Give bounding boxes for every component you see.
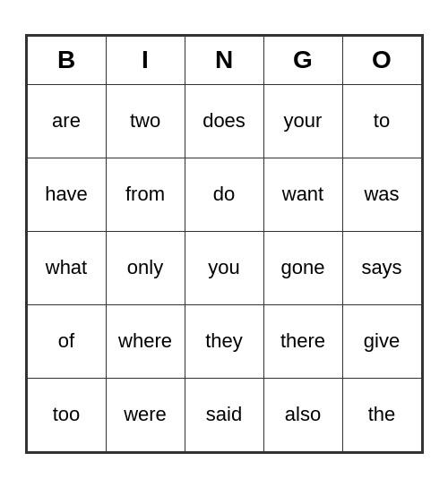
cell-0-1: two <box>106 84 185 158</box>
col-g: G <box>263 36 342 84</box>
cell-1-1: from <box>106 158 185 231</box>
cell-3-4: give <box>342 304 421 378</box>
cell-3-2: they <box>185 304 263 378</box>
cell-4-1: were <box>106 378 185 451</box>
cell-0-3: your <box>263 84 342 158</box>
cell-2-1: only <box>106 231 185 304</box>
cell-1-4: was <box>342 158 421 231</box>
cell-2-3: gone <box>263 231 342 304</box>
cell-4-3: also <box>263 378 342 451</box>
cell-0-2: does <box>185 84 263 158</box>
col-b: B <box>27 36 106 84</box>
cell-0-4: to <box>342 84 421 158</box>
cell-3-0: of <box>27 304 106 378</box>
table-row: ofwheretheytheregive <box>27 304 421 378</box>
col-n: N <box>185 36 263 84</box>
cell-4-4: the <box>342 378 421 451</box>
cell-2-2: you <box>185 231 263 304</box>
table-row: tooweresaidalsothe <box>27 378 421 451</box>
cell-0-0: are <box>27 84 106 158</box>
cell-2-4: says <box>342 231 421 304</box>
cell-4-2: said <box>185 378 263 451</box>
bingo-card: B I N G O aretwodoesyourtohavefromdowant… <box>25 34 424 454</box>
cell-1-3: want <box>263 158 342 231</box>
cell-3-3: there <box>263 304 342 378</box>
table-row: whatonlyyougonesays <box>27 231 421 304</box>
cell-3-1: where <box>106 304 185 378</box>
table-row: aretwodoesyourto <box>27 84 421 158</box>
cell-2-0: what <box>27 231 106 304</box>
cell-1-2: do <box>185 158 263 231</box>
col-i: I <box>106 36 185 84</box>
cell-1-0: have <box>27 158 106 231</box>
table-row: havefromdowantwas <box>27 158 421 231</box>
cell-4-0: too <box>27 378 106 451</box>
col-o: O <box>342 36 421 84</box>
bingo-table: B I N G O aretwodoesyourtohavefromdowant… <box>27 36 422 452</box>
header-row: B I N G O <box>27 36 421 84</box>
